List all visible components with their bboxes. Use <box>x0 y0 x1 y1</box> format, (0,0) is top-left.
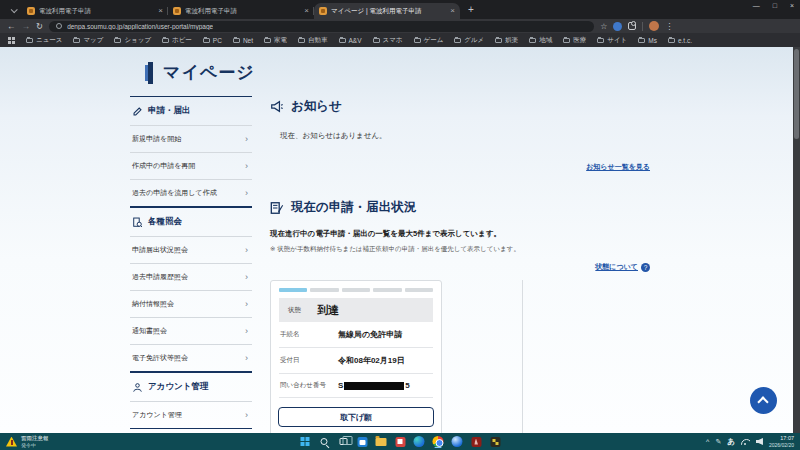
status-label: 状態 <box>288 306 301 315</box>
bookmark-item[interactable]: Ms <box>638 37 657 44</box>
chevron-right-icon: › <box>245 274 248 281</box>
bookmark-item[interactable]: ショップ <box>114 36 151 45</box>
extension-icon[interactable] <box>613 22 622 31</box>
tab-close-button[interactable]: × <box>304 7 309 15</box>
chevron-right-icon: › <box>245 355 248 362</box>
start-button[interactable] <box>299 435 312 448</box>
status-card: 状態 到達 手続名 無線局の免許申請 受付日 令和08年02月19日 <box>270 280 442 433</box>
tab-close-button[interactable]: × <box>158 7 163 15</box>
forward-button[interactable]: → <box>22 21 31 31</box>
task-view-button[interactable] <box>337 435 350 448</box>
weather-widget[interactable]: 雷雨注意報 発令中 <box>0 435 49 448</box>
progress-segment-done <box>279 288 307 292</box>
scroll-to-top-button[interactable] <box>750 387 777 414</box>
browser-toolbar: ← → ↻ denpa.soumu.go.jp/application/user… <box>0 19 800 33</box>
browser-tab[interactable]: 電波利用電子申請 × <box>22 3 168 19</box>
status-about-link[interactable]: 状態について <box>595 262 638 272</box>
sidebar-item[interactable]: 新規申請を開始 › <box>130 125 252 152</box>
bookmark-item[interactable]: グルメ <box>454 36 484 45</box>
sidebar-item[interactable]: 作成中の申請を再開 › <box>130 152 252 179</box>
bookmark-item[interactable]: 地域 <box>529 36 552 45</box>
page-scrollbar[interactable] <box>793 47 800 433</box>
maximize-button[interactable]: □ <box>773 2 777 9</box>
browser-tab[interactable]: 電波利用電子申請 × <box>168 3 314 19</box>
sidebar-item[interactable]: 過去の申請を流用して作成 › <box>130 179 252 206</box>
app-dark-icon[interactable] <box>489 435 502 448</box>
file-explorer-icon[interactable] <box>375 435 388 448</box>
bookmark-item[interactable]: PC <box>203 37 222 44</box>
bookmark-item[interactable]: Net <box>233 37 253 44</box>
sidebar-item[interactable]: 電子免許状等照会 › <box>130 344 252 371</box>
tab-title: 電波利用電子申請 <box>39 7 154 16</box>
sidebar-section-shokai: 各種照会 申請届出状況照会 › 過去申請履歴照会 › <box>130 207 252 372</box>
bookmark-item[interactable]: ホビー <box>162 36 192 45</box>
sidebar-item[interactable]: 通知書照会 › <box>130 317 252 344</box>
document-pencil-icon <box>270 201 284 215</box>
tray-chevron-up-icon[interactable]: ^ <box>706 438 709 445</box>
tab-close-button[interactable]: × <box>450 7 455 15</box>
taskbar-clock[interactable]: 17:07 2026/02/20 <box>769 435 794 448</box>
taskbar-search-button[interactable] <box>318 435 331 448</box>
bookmark-item[interactable]: ニュース <box>26 36 62 45</box>
taskbar: 雷雨注意報 発令中 ^ ✎ あ 17:07 2026/02/20 <box>0 433 800 450</box>
app-red-icon[interactable] <box>394 435 407 448</box>
bookmark-item[interactable]: e.t.c. <box>668 37 692 44</box>
sidebar-section-header: アカウント管理 <box>130 372 252 401</box>
status-cards-row: 状態 到達 手続名 無線局の免許申請 受付日 令和08年02月19日 <box>270 280 650 433</box>
card-slot-divider <box>522 280 523 433</box>
browser-tab-active[interactable]: マイページ | 電波利用電子申請 × <box>314 3 460 19</box>
page-title: マイページ <box>163 61 255 84</box>
profile-avatar[interactable] <box>649 21 659 31</box>
menu-kebab-icon[interactable]: ⋮ <box>665 22 673 31</box>
withdraw-request-button[interactable]: 取下げ願 <box>278 407 434 427</box>
bookmark-item[interactable]: 自動車 <box>298 36 328 45</box>
progress-segment <box>342 288 370 292</box>
bookmark-item[interactable]: マップ <box>73 36 103 45</box>
folder-icon <box>529 38 536 43</box>
app-blue-icon[interactable] <box>451 435 464 448</box>
new-tab-button[interactable]: + <box>464 3 478 17</box>
edge-icon[interactable] <box>413 435 426 448</box>
sidebar-item[interactable]: 納付情報照会 › <box>130 290 252 317</box>
folder-icon <box>162 38 169 43</box>
progress-segment <box>310 288 338 292</box>
chevron-right-icon: › <box>245 301 248 308</box>
status-description: 現在進行中の電子申請・届出の一覧を最大5件まで表示しています。 <box>270 229 650 239</box>
apps-grid-icon[interactable] <box>8 37 15 44</box>
bookmark-item[interactable]: A&V <box>339 37 362 44</box>
folder-icon <box>73 38 80 43</box>
back-button[interactable]: ← <box>7 21 16 31</box>
site-info-icon[interactable] <box>56 23 62 29</box>
volume-icon[interactable] <box>756 438 763 445</box>
status-section: 現在の申請・届出状況 現在進行中の電子申請・届出の一覧を最大5件まで表示していま… <box>270 199 650 433</box>
ime-indicator[interactable]: あ <box>727 437 735 447</box>
extensions-puzzle-icon[interactable] <box>628 22 636 30</box>
tab-search-button[interactable] <box>6 3 20 17</box>
bookmark-item[interactable]: 娯楽 <box>495 36 518 45</box>
pen-icon[interactable]: ✎ <box>715 438 721 446</box>
window-close-button[interactable]: × <box>790 2 794 9</box>
sidebar-item[interactable]: アカウント管理 › <box>130 401 252 428</box>
app-maroon-icon[interactable] <box>470 435 483 448</box>
notice-list-link[interactable]: お知らせ一覧を見る <box>586 163 650 170</box>
bookmark-item[interactable]: 医療 <box>563 36 586 45</box>
bookmark-star-icon[interactable]: ☆ <box>600 22 607 31</box>
question-icon[interactable]: ? <box>641 263 650 272</box>
minimize-button[interactable]: — <box>753 2 760 9</box>
sidebar-item[interactable]: 過去申請履歴照会 › <box>130 263 252 290</box>
bookmark-item[interactable]: サイト <box>597 36 627 45</box>
wifi-icon[interactable] <box>741 439 750 445</box>
folder-icon <box>373 38 380 43</box>
scrollbar-thumb[interactable] <box>794 49 799 139</box>
sidebar-item[interactable]: 申請届出状況照会 › <box>130 236 252 263</box>
folder-icon <box>597 38 604 43</box>
chrome-icon-active[interactable] <box>432 435 445 448</box>
store-icon[interactable] <box>356 435 369 448</box>
site-favicon-icon <box>173 7 181 15</box>
reload-button[interactable]: ↻ <box>36 21 43 31</box>
address-bar[interactable]: denpa.soumu.go.jp/application/user-porta… <box>49 21 594 32</box>
bookmark-item[interactable]: スマホ <box>373 36 403 45</box>
document-search-icon <box>132 217 143 228</box>
bookmark-item[interactable]: ゲーム <box>414 36 444 45</box>
bookmark-item[interactable]: 家電 <box>264 36 287 45</box>
